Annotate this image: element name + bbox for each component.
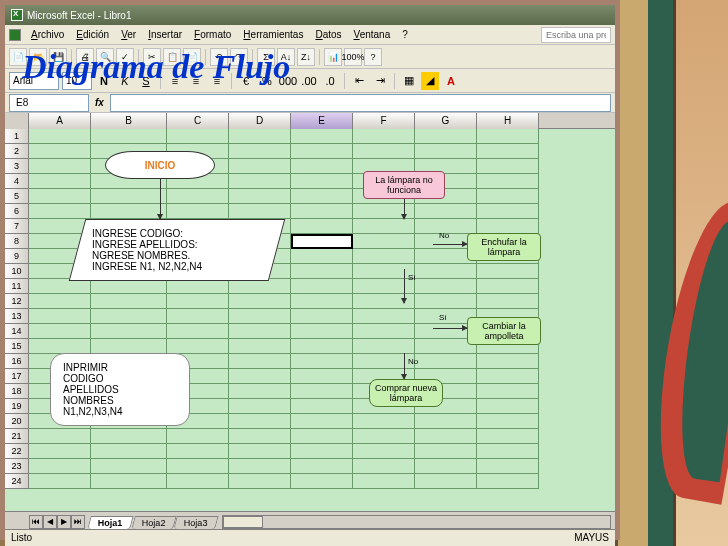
- menu-tools[interactable]: Herramientas: [237, 27, 309, 42]
- flowchart-output[interactable]: INPRIMIR CODIGO APELLIDOS NOMBRES N1,N2,…: [50, 353, 190, 426]
- menu-data[interactable]: Datos: [309, 27, 347, 42]
- cell[interactable]: [29, 174, 91, 189]
- row-header[interactable]: 17: [5, 369, 29, 384]
- row-header[interactable]: 15: [5, 339, 29, 354]
- cell[interactable]: [477, 144, 539, 159]
- cell[interactable]: [29, 444, 91, 459]
- underline-button[interactable]: S: [137, 72, 155, 90]
- cell[interactable]: [91, 459, 167, 474]
- cell[interactable]: [291, 249, 353, 264]
- cell[interactable]: [229, 129, 291, 144]
- cell[interactable]: [229, 369, 291, 384]
- cell[interactable]: [291, 324, 353, 339]
- row-header[interactable]: 7: [5, 219, 29, 234]
- cell[interactable]: [291, 459, 353, 474]
- cell[interactable]: [477, 129, 539, 144]
- cell[interactable]: [91, 129, 167, 144]
- cell[interactable]: [29, 309, 91, 324]
- cut-button[interactable]: ✂: [143, 48, 161, 66]
- cell[interactable]: [477, 159, 539, 174]
- cell[interactable]: [167, 279, 229, 294]
- cell[interactable]: [29, 159, 91, 174]
- sheet-tab[interactable]: Hoja3: [173, 516, 218, 529]
- cell[interactable]: [229, 174, 291, 189]
- cell[interactable]: [353, 219, 415, 234]
- cell[interactable]: [415, 459, 477, 474]
- cell[interactable]: [477, 459, 539, 474]
- menu-file[interactable]: Archivo: [25, 27, 70, 42]
- col-header[interactable]: E: [291, 113, 353, 129]
- cell[interactable]: [229, 384, 291, 399]
- new-button[interactable]: 📄: [9, 48, 27, 66]
- cell[interactable]: [291, 159, 353, 174]
- menu-format[interactable]: Formato: [188, 27, 237, 42]
- cell[interactable]: [291, 429, 353, 444]
- cell[interactable]: [477, 264, 539, 279]
- cell[interactable]: [353, 339, 415, 354]
- flowchart-action-2[interactable]: Cambiar la ampolleta: [467, 317, 541, 345]
- cell[interactable]: [91, 429, 167, 444]
- cell[interactable]: [167, 294, 229, 309]
- tab-prev-button[interactable]: ◀: [43, 515, 57, 529]
- cell[interactable]: [167, 204, 229, 219]
- title-bar[interactable]: Microsoft Excel - Libro1: [5, 5, 615, 25]
- sheet-tab-active[interactable]: Hoja1: [87, 516, 133, 529]
- cell[interactable]: [353, 279, 415, 294]
- row-header[interactable]: 23: [5, 459, 29, 474]
- cell[interactable]: [291, 399, 353, 414]
- row-header[interactable]: 19: [5, 399, 29, 414]
- cell[interactable]: [29, 474, 91, 489]
- cell[interactable]: [415, 429, 477, 444]
- inc-decimal-button[interactable]: .00: [300, 72, 318, 90]
- cell[interactable]: [415, 354, 477, 369]
- menu-insert[interactable]: Insertar: [142, 27, 188, 42]
- cell[interactable]: [229, 309, 291, 324]
- italic-button[interactable]: K: [116, 72, 134, 90]
- col-header[interactable]: G: [415, 113, 477, 129]
- cell[interactable]: [415, 294, 477, 309]
- cell[interactable]: [29, 324, 91, 339]
- formula-bar[interactable]: [110, 94, 611, 112]
- bold-button[interactable]: N: [95, 72, 113, 90]
- cell[interactable]: [167, 429, 229, 444]
- cell[interactable]: [415, 129, 477, 144]
- cell[interactable]: [91, 294, 167, 309]
- col-header[interactable]: B: [91, 113, 167, 129]
- cell[interactable]: [291, 279, 353, 294]
- cell[interactable]: [29, 279, 91, 294]
- cell[interactable]: [229, 474, 291, 489]
- font-color-button[interactable]: A: [442, 72, 460, 90]
- row-header[interactable]: 14: [5, 324, 29, 339]
- select-all-corner[interactable]: [5, 113, 29, 129]
- cell[interactable]: [291, 339, 353, 354]
- cell[interactable]: [353, 354, 415, 369]
- cell[interactable]: [291, 264, 353, 279]
- cell[interactable]: [29, 459, 91, 474]
- cell[interactable]: [477, 189, 539, 204]
- inc-indent-button[interactable]: ⇥: [371, 72, 389, 90]
- cell[interactable]: [291, 219, 353, 234]
- cell[interactable]: [229, 294, 291, 309]
- cell[interactable]: [477, 294, 539, 309]
- col-header[interactable]: A: [29, 113, 91, 129]
- flowchart-action-1[interactable]: Enchufar la lámpara: [467, 233, 541, 261]
- row-header[interactable]: 11: [5, 279, 29, 294]
- dec-decimal-button[interactable]: .0: [321, 72, 339, 90]
- zoom-button[interactable]: 100%: [344, 48, 362, 66]
- col-header[interactable]: C: [167, 113, 229, 129]
- row-header[interactable]: 21: [5, 429, 29, 444]
- cell[interactable]: [415, 204, 477, 219]
- cell[interactable]: [91, 189, 167, 204]
- cell[interactable]: [167, 339, 229, 354]
- tab-next-button[interactable]: ▶: [57, 515, 71, 529]
- cell[interactable]: [477, 369, 539, 384]
- cell[interactable]: [229, 444, 291, 459]
- row-header[interactable]: 10: [5, 264, 29, 279]
- name-box[interactable]: [9, 94, 89, 112]
- cell[interactable]: [291, 369, 353, 384]
- row-header[interactable]: 6: [5, 204, 29, 219]
- cell[interactable]: [91, 324, 167, 339]
- menu-view[interactable]: Ver: [115, 27, 142, 42]
- row-header[interactable]: 20: [5, 414, 29, 429]
- cell[interactable]: [353, 309, 415, 324]
